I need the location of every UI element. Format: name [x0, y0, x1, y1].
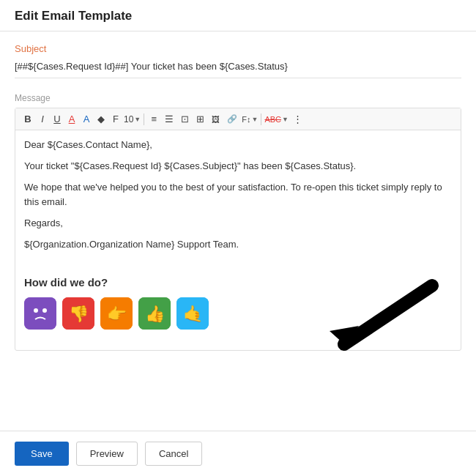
merge-chevron: ▼ — [252, 116, 259, 123]
email-line-4: Regards, — [24, 216, 452, 231]
emoji-neutral[interactable]: 👉 — [100, 297, 133, 330]
editor-body[interactable]: Dear ${Cases.Contact Name}, Your ticket … — [15, 130, 461, 350]
emoji-sad[interactable] — [24, 297, 56, 330]
emoji-excited[interactable]: 🤙 — [176, 297, 209, 330]
subject-section: Subject — [15, 43, 461, 78]
font-color-button[interactable]: A — [65, 112, 78, 126]
bg-color-button[interactable]: ◆ — [94, 112, 108, 126]
survey-heading: How did we do? — [24, 274, 452, 291]
align-left-button[interactable]: ≡ — [147, 112, 160, 126]
merge-dropdown[interactable]: F↕ ▼ — [242, 115, 258, 124]
spellcheck-label: ABC — [264, 115, 281, 124]
spellcheck-chevron: ▼ — [282, 116, 289, 123]
italic-button[interactable]: I — [36, 112, 49, 126]
footer: Save Preview Cancel — [0, 431, 476, 476]
highlight-button[interactable]: A — [80, 112, 93, 126]
message-label: Message — [15, 93, 461, 103]
font-size-chevron: ▼ — [134, 116, 141, 123]
svg-point-2 — [42, 308, 47, 313]
image-button[interactable]: 🖼 — [209, 114, 223, 125]
emoji-happy[interactable]: 👍 — [138, 297, 171, 330]
toolbar-sep-2 — [261, 114, 261, 125]
editor-toolbar: B I U A A ◆ F 10 ▼ ≡ ☰ ⊡ ⊞ 🖼 — [15, 108, 461, 130]
more-button[interactable]: ⋮ — [290, 112, 305, 126]
font-size-value: 10 — [124, 114, 133, 124]
svg-text:👉: 👉 — [107, 304, 127, 324]
svg-text:👍: 👍 — [145, 304, 166, 324]
toolbar-sep-1 — [144, 114, 144, 125]
subject-label: Subject — [15, 43, 461, 54]
preview-button[interactable]: Preview — [76, 442, 138, 466]
content-area: Subject Message B I U A A ◆ F 10 ▼ — [0, 31, 476, 409]
save-button[interactable]: Save — [15, 442, 69, 466]
merge-label: F↕ — [242, 115, 250, 124]
bold-button[interactable]: B — [21, 112, 34, 126]
subject-input[interactable] — [15, 58, 461, 78]
svg-rect-0 — [24, 297, 56, 330]
email-line-1: Dear ${Cases.Contact Name}, — [24, 138, 452, 153]
editor-container: B I U A A ◆ F 10 ▼ ≡ ☰ ⊡ ⊞ 🖼 — [15, 108, 461, 351]
svg-point-1 — [34, 308, 38, 313]
link-button[interactable]: 🔗 — [224, 113, 240, 125]
svg-text:👎: 👎 — [69, 304, 89, 324]
cancel-button[interactable]: Cancel — [145, 442, 202, 466]
page-container: Edit Email Template Subject Message B I … — [0, 0, 476, 476]
indent-button[interactable]: ⊞ — [193, 112, 207, 126]
bullets-button[interactable]: ☰ — [162, 112, 176, 126]
email-line-2: Your ticket "${Cases.Request Id} ${Cases… — [24, 159, 452, 174]
spellcheck-dropdown[interactable]: ABC ▼ — [264, 115, 289, 124]
svg-text:🤙: 🤙 — [183, 304, 204, 324]
emoji-row: 👎 👉 — [24, 297, 452, 330]
font-size-dropdown[interactable]: 10 ▼ — [124, 114, 141, 124]
page-title: Edit Email Template — [15, 9, 132, 23]
email-line-5: ${Organization.Organization Name} Suppor… — [24, 237, 452, 253]
underline-button[interactable]: U — [51, 112, 64, 126]
header: Edit Email Template — [0, 0, 476, 31]
font-face-button[interactable]: F — [109, 112, 122, 126]
email-line-3: We hope that we've helped you to the bes… — [24, 180, 452, 211]
outdent-button[interactable]: ⊡ — [178, 112, 192, 126]
emoji-angry[interactable]: 👎 — [62, 297, 94, 330]
message-section: Message B I U A A ◆ F 10 ▼ ≡ — [15, 93, 461, 351]
